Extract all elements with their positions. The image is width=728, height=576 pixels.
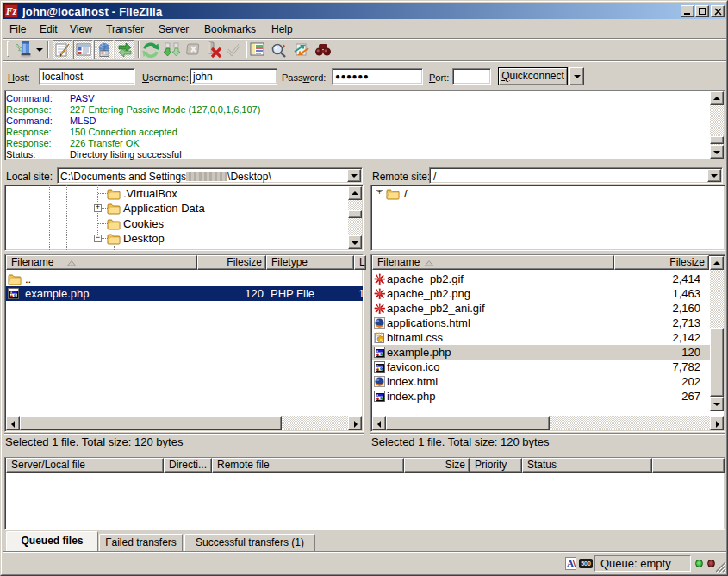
svg-text:A: A [567, 558, 574, 568]
